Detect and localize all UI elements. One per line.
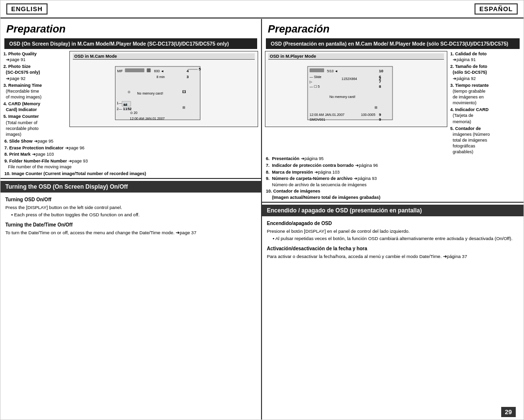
mcam-diagram: OSD in M.Cam Mode MF 600 ◄ 4 8 min xyxy=(69,51,258,137)
turning-osd-text: Press the [DISPLAY] button on the left s… xyxy=(5,204,256,210)
turning-osd-bullet: Each press of the button toggles the OSD… xyxy=(5,211,256,218)
svg-text:2: 2 xyxy=(379,77,381,81)
svg-text:9: 9 xyxy=(379,117,381,122)
svg-text:3: 3 xyxy=(187,75,189,79)
right-title: Preparación xyxy=(262,19,524,38)
svg-rect-22 xyxy=(310,68,324,72)
mplayer-bottom-items: 6. Presentación ➜página 95 7. Indicador … xyxy=(262,156,524,201)
right-osd-header: OSD (Presentación en pantalla) en M.Cam … xyxy=(266,38,520,49)
mplayer-diagram-title: OSD in M.Player Mode xyxy=(268,53,444,60)
encendido-text: Presione el botón [DISPLAY] en el panel … xyxy=(267,228,519,234)
english-badge: ENGLISH xyxy=(6,3,48,15)
turning-date-text: To turn the Date/Time on or off, access … xyxy=(5,229,256,236)
mcam-diagram-title: OSD in M.Cam Mode xyxy=(73,53,255,60)
svg-text:10: 10 xyxy=(379,69,383,73)
page-number-area: 29 xyxy=(501,408,516,416)
svg-text:No memory card!: No memory card! xyxy=(137,92,164,96)
svg-text:📷: 📷 xyxy=(123,102,128,106)
svg-text:100-0005: 100-0005 xyxy=(361,113,376,116)
svg-text:600 ◄: 600 ◄ xyxy=(154,69,164,73)
svg-text:5: 5 xyxy=(199,67,201,71)
mcam-bottom-items: 6. Slide Show ➜page 95 7. Erase Protecti… xyxy=(0,138,261,178)
mplayer-list: 1. Calidad de foto ➜página 91 2. Tamaño … xyxy=(450,51,521,155)
svg-text:4: 4 xyxy=(187,69,189,73)
svg-text:12:00 AM JAN.01.2007: 12:00 AM JAN.01.2007 xyxy=(130,117,165,120)
svg-text:2—: 2— xyxy=(117,107,122,111)
espanol-badge: ESPAÑOL xyxy=(475,3,518,15)
encendido-bullet: Al pulsar repetidas veces el botón, la f… xyxy=(267,235,519,242)
svg-text:8: 8 xyxy=(379,84,381,89)
svg-text:— Slide: — Slide xyxy=(310,75,322,79)
svg-text:8 min: 8 min xyxy=(157,75,165,79)
svg-text:MF: MF xyxy=(117,69,123,73)
left-title: Preparation xyxy=(0,19,261,38)
encendido-sub: Encendido/apagado de OSD xyxy=(267,220,519,227)
svg-text:1152: 1152 xyxy=(123,107,132,111)
svg-text:No memory card!: No memory card! xyxy=(329,95,356,99)
svg-rect-2 xyxy=(125,68,145,72)
svg-text:⊙: ⊙ xyxy=(128,90,131,94)
mplayer-diagram: OSD in M.Player Mode 5/10 ◄ 10 — Slide 6… xyxy=(265,51,447,155)
page-number: 29 xyxy=(501,407,516,417)
svg-text:⊞: ⊞ xyxy=(182,106,185,109)
turning-osd-header: Turning the OSD (On Screen Display) On/O… xyxy=(0,181,261,193)
svg-text:9: 9 xyxy=(379,113,381,117)
mcam-list: 1. Photo Quality ➜page 91 2. Photo Size … xyxy=(3,51,66,137)
svg-text:— ☐ 5: — ☐ 5 xyxy=(310,85,320,88)
svg-text:SMOV001: SMOV001 xyxy=(310,118,325,121)
svg-text:1152X864: 1152X864 xyxy=(342,77,357,81)
turning-date-sub: Turning the Date/Time On/Off xyxy=(5,222,256,228)
svg-text:5/10 ◄: 5/10 ◄ xyxy=(327,69,338,73)
activacion-sub: Activación/desactivación de la fecha y h… xyxy=(267,245,519,252)
activacion-text: Para activar o desactivar la fecha/hora,… xyxy=(267,253,519,259)
turning-osd-sub: Turning OSD On/Off xyxy=(5,196,256,203)
left-osd-header: OSD (On Screen Display) in M.Cam Mode/M.… xyxy=(4,38,257,49)
turning-content: Turning OSD On/Off Press the [DISPLAY] b… xyxy=(0,193,261,239)
svg-text:12:00 AM JAN.01.2007: 12:00 AM JAN.01.2007 xyxy=(310,113,344,116)
svg-text:⊞: ⊞ xyxy=(375,106,377,109)
svg-text:🎞: 🎞 xyxy=(182,90,186,94)
encendido-header: Encendido / apagado de OSD (presentación… xyxy=(262,205,524,216)
encendido-content: Encendido/apagado de OSD Presione el bot… xyxy=(262,216,524,263)
svg-text:1—: 1— xyxy=(117,101,122,105)
svg-rect-3 xyxy=(147,68,151,72)
svg-text:⊙ 20: ⊙ 20 xyxy=(130,111,138,114)
